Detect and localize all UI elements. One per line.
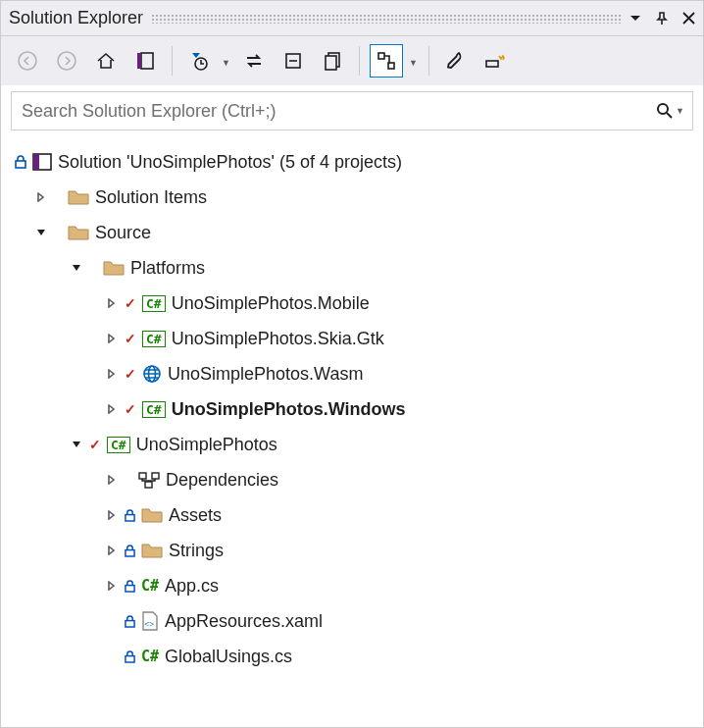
- lock-icon: [125, 580, 135, 593]
- solution-tree: Solution 'UnoSimplePhotos' (5 of 4 proje…: [1, 140, 703, 686]
- tree-node-solutionitems[interactable]: Solution Items: [9, 180, 695, 215]
- tree-node-globalusings[interactable]: C# GlobalUsings.cs: [9, 639, 695, 674]
- tree-node-app-cs[interactable]: C# App.cs: [9, 568, 695, 603]
- properties-button[interactable]: [439, 44, 473, 78]
- csharp-file-icon: C#: [141, 577, 159, 595]
- svg-rect-18: [152, 473, 159, 479]
- vcs-check-icon: ✓: [125, 331, 136, 346]
- expander-collapsed-icon[interactable]: [105, 296, 119, 310]
- folder-icon: [68, 224, 89, 241]
- expander-collapsed-icon[interactable]: [105, 544, 119, 557]
- svg-rect-14: [33, 154, 39, 170]
- toolbar-separator: [428, 46, 429, 76]
- solution-icon: [32, 153, 52, 171]
- tree-label: Strings: [169, 541, 224, 561]
- search-input[interactable]: [20, 100, 656, 123]
- tree-node-project-windows[interactable]: ✓ C# UnoSimplePhotos.Windows: [9, 391, 695, 427]
- expander-collapsed-icon[interactable]: [105, 579, 119, 593]
- toolbar: ▼ ▼: [1, 36, 703, 85]
- tree-node-platforms[interactable]: Platforms: [9, 250, 695, 286]
- expander-collapsed-icon[interactable]: [105, 508, 119, 522]
- svg-rect-21: [126, 549, 134, 555]
- expander-collapsed-icon[interactable]: [105, 473, 119, 487]
- lock-icon: [125, 650, 135, 663]
- expander-expanded-icon[interactable]: [70, 261, 83, 275]
- tree-label: GlobalUsings.cs: [165, 647, 292, 667]
- svg-point-11: [658, 104, 668, 114]
- tree-label: UnoSimplePhotos: [136, 435, 277, 455]
- csharp-project-icon: C#: [142, 295, 166, 312]
- svg-point-0: [19, 52, 36, 70]
- vcs-check-icon: ✓: [125, 401, 136, 417]
- nav-forward-button: [50, 44, 83, 78]
- track-active-item-button[interactable]: [370, 44, 403, 78]
- toolbar-separator: [359, 46, 360, 76]
- svg-rect-20: [126, 514, 134, 520]
- tree-label: Dependencies: [166, 470, 278, 491]
- folder-icon: [141, 542, 163, 559]
- tree-node-solution[interactable]: Solution 'UnoSimplePhotos' (5 of 4 proje…: [9, 144, 695, 180]
- tree-node-appresources[interactable]: <> AppResources.xaml: [9, 603, 695, 639]
- tree-label: Solution Items: [95, 187, 207, 208]
- tree-label: Solution 'UnoSimplePhotos' (5 of 4 proje…: [58, 152, 402, 173]
- vcs-check-icon: ✓: [89, 437, 101, 452]
- filter-pending-button[interactable]: [182, 44, 216, 78]
- svg-rect-8: [378, 53, 384, 59]
- tree-label: App.cs: [165, 576, 219, 597]
- lock-icon: [125, 615, 135, 628]
- csharp-project-icon: C#: [142, 401, 166, 418]
- lock-icon: [125, 545, 135, 557]
- close-icon[interactable]: [682, 12, 695, 26]
- switch-views-button[interactable]: [128, 44, 162, 78]
- csharp-project-icon: C#: [107, 437, 130, 453]
- expander-collapsed-icon[interactable]: [105, 402, 119, 416]
- filter-dropdown-icon[interactable]: ▼: [222, 55, 231, 68]
- svg-rect-22: [126, 585, 134, 591]
- tree-node-source[interactable]: Source: [9, 215, 695, 250]
- home-button[interactable]: [89, 44, 123, 78]
- svg-rect-23: [126, 620, 134, 626]
- pin-icon[interactable]: [655, 12, 669, 26]
- svg-rect-3: [137, 53, 141, 69]
- csharp-file-icon: C#: [141, 648, 159, 665]
- svg-rect-12: [16, 161, 25, 168]
- expander-collapsed-icon[interactable]: [105, 367, 119, 381]
- expander-collapsed-icon[interactable]: [105, 332, 119, 345]
- preview-selected-button[interactable]: [478, 44, 512, 78]
- tree-node-assets[interactable]: Assets: [9, 497, 695, 533]
- dependencies-icon: [138, 471, 160, 489]
- tree-node-project-skia[interactable]: ✓ C# UnoSimplePhotos.Skia.Gtk: [9, 321, 695, 356]
- svg-rect-25: [126, 655, 134, 661]
- expander-expanded-icon[interactable]: [34, 226, 48, 239]
- show-all-files-button[interactable]: [316, 44, 349, 78]
- titlebar-grip: [151, 14, 622, 24]
- tree-node-strings[interactable]: Strings: [9, 533, 695, 568]
- vcs-check-icon: ✓: [125, 366, 136, 382]
- svg-point-1: [58, 52, 75, 70]
- csharp-project-icon: C#: [142, 331, 166, 347]
- web-project-icon: [142, 364, 162, 384]
- tree-label: Source: [95, 223, 151, 243]
- collapse-all-button[interactable]: [277, 44, 310, 78]
- expander-collapsed-icon[interactable]: [34, 190, 48, 204]
- tree-label: Platforms: [130, 258, 205, 279]
- search-icon[interactable]: ▼: [656, 102, 684, 120]
- window-menu-icon[interactable]: [629, 12, 641, 26]
- tree-node-project-wasm[interactable]: ✓ UnoSimplePhotos.Wasm: [9, 356, 695, 391]
- tree-node-project-mobile[interactable]: ✓ C# UnoSimplePhotos.Mobile: [9, 286, 695, 321]
- search-box[interactable]: ▼: [11, 91, 693, 130]
- lock-icon: [125, 509, 135, 522]
- sync-active-doc-button[interactable]: [237, 44, 271, 78]
- tree-node-dependencies[interactable]: Dependencies: [9, 462, 695, 497]
- tree-node-project-main[interactable]: ✓ C# UnoSimplePhotos: [9, 427, 695, 462]
- tree-label: UnoSimplePhotos.Windows: [172, 399, 406, 420]
- track-dropdown-icon[interactable]: ▼: [409, 55, 419, 68]
- nav-back-button: [11, 44, 44, 78]
- tree-label: AppResources.xaml: [165, 611, 323, 632]
- svg-rect-19: [145, 482, 152, 488]
- expander-expanded-icon[interactable]: [70, 438, 83, 451]
- svg-rect-7: [326, 56, 336, 70]
- svg-rect-10: [486, 61, 498, 67]
- vcs-check-icon: ✓: [125, 295, 136, 311]
- folder-icon: [103, 259, 125, 277]
